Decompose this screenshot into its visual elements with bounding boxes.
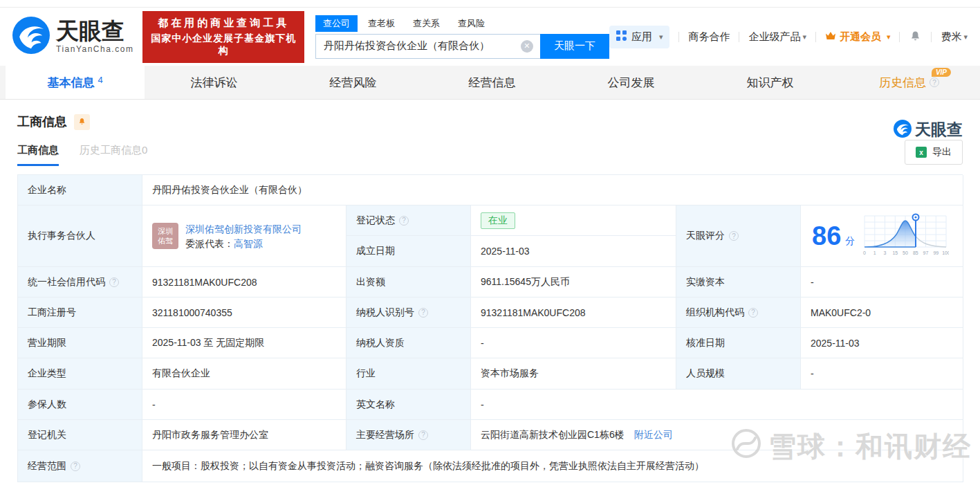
chevron-down-icon: ▾ [887,33,891,42]
svg-text:97: 97 [923,250,929,255]
help-icon[interactable]: ? [729,231,739,241]
search-tab-company[interactable]: 查公司 [315,15,358,32]
open-vip-label: 开通会员 [840,30,881,44]
field-value-org-code: MAK0UFC2-0 [801,298,963,328]
apps-label: 应用 [631,30,652,44]
tianyancha-logo[interactable]: 天眼查 TianYanCha.com [12,17,133,57]
score-number: 86 [812,223,841,249]
svg-text:85: 85 [913,250,918,255]
field-label-business-place: 主要经营场所? [346,420,471,450]
help-icon[interactable]: ? [418,430,428,440]
divider [678,32,679,42]
field-label-industry: 行业 [346,358,471,390]
clear-search-icon[interactable]: ✕ [521,40,533,53]
tab-history-info-label: 历史信息 [879,75,926,91]
field-value-capital: 9611.15645万人民币 [471,267,676,298]
help-icon[interactable]: ? [930,77,939,87]
field-value-credit-code: 91321181MAK0UFC208 [142,267,346,298]
svg-text:100: 100 [942,250,949,255]
divider [931,32,932,42]
delegate-link[interactable]: 高智源 [234,238,263,249]
field-value-staff-size: - [801,358,963,390]
field-value-reg-status: 在业 [471,205,676,236]
tab-basic-info-label: 基本信息 [47,75,94,91]
score-distribution-chart: 0 1 3 15 50 85 97 99 100 [859,211,949,261]
enterprise-products-link[interactable]: 企业级产品 ▾ [748,30,806,44]
user-menu[interactable]: 费米 ▾ [941,30,968,44]
field-label-taxpayer-id: 纳税人识别号? [346,298,471,328]
field-value-reg-authority: 丹阳市政务服务管理办公室 [142,420,346,450]
field-label-business-scope: 经营范围? [18,450,142,482]
slogan-line2: 国家中小企业发展子基金旗下机构 [150,33,297,57]
field-label-company-name: 企业名称 [18,175,142,205]
field-label-english-name: 英文名称 [346,390,471,420]
subtab-row: 工商信息 历史工商信息0 x 导出 [17,140,963,166]
svg-text:1: 1 [873,250,876,255]
field-value-business-place: 云阳街道高新技术创业园C1栋6楼 附近公司 [471,420,963,450]
slogan-banner: 都在用的商业查询工具 国家中小企业发展子基金旗下机构 [142,11,304,63]
field-label-insured-count: 参保人数 [18,390,142,420]
subtab-business-info[interactable]: 工商信息 [17,144,59,166]
tianyancha-watermark: 天眼查 [894,119,963,140]
divider [899,32,900,42]
notifications-bell-icon[interactable] [909,30,922,44]
help-icon[interactable]: ? [748,308,758,318]
open-vip-button[interactable]: 开通会员 ▾ [825,30,891,44]
field-value-business-scope: 一般项目：股权投资；以自有资金从事投资活动；融资咨询服务（除依法须经批准的项目外… [142,450,963,482]
help-icon[interactable]: ? [399,216,409,226]
tab-business-risk[interactable]: 经营风险 [284,66,423,99]
field-value-executive-partner: 深圳佑驾 深圳佑驾创新投资有限公司 委派代表：高智源 [142,205,346,267]
svg-text:15: 15 [893,250,898,255]
tab-company-development[interactable]: 公司发展 [562,66,701,99]
username-label: 费米 [941,30,961,44]
nearby-companies-link[interactable]: 附近公司 [634,429,673,441]
partner-logo-avatar[interactable]: 深圳佑驾 [152,223,178,249]
field-label-taxpayer-quality: 纳税人资质 [346,328,471,358]
tianyancha-swirl-icon [894,120,912,140]
business-info-table: 企业名称 丹阳丹佑投资合伙企业（有限合伙） 执行事务合伙人 深圳佑驾 深圳佑驾创… [17,174,963,482]
tab-basic-info-count: 4 [98,75,102,85]
help-icon[interactable]: ? [418,308,428,318]
export-button[interactable]: x 导出 [905,140,963,165]
field-label-org-code: 组织机构代码? [676,298,801,328]
apps-grid-icon [616,30,627,43]
apps-menu-button[interactable]: 应用 ▾ [609,26,670,48]
tab-business-info[interactable]: 经营信息 [423,66,562,99]
brand-name: 天眼查 [56,19,133,44]
search-submit-button[interactable]: 天眼一下 [540,34,609,59]
partner-company-link[interactable]: 深圳佑驾创新投资有限公司 [185,223,302,235]
search-tab-boss[interactable]: 查老板 [360,15,403,32]
subtab-history-business-info[interactable]: 历史工商信息0 [80,144,147,166]
field-label-reg-number: 工商注册号 [18,298,142,328]
crown-icon [825,31,836,43]
tab-intellectual-property[interactable]: 知识产权 [701,66,840,99]
search-tab-risk[interactable]: 查风险 [450,15,492,32]
search-input[interactable] [315,34,540,59]
svg-text:99: 99 [934,250,939,255]
tianyancha-swirl-icon [12,17,50,57]
search-tab-relation[interactable]: 查关系 [405,15,447,32]
field-value-approval-date: 2025-11-03 [801,328,963,358]
svg-text:0: 0 [863,250,866,255]
score-unit: 分 [845,235,855,248]
help-icon[interactable]: ? [109,277,119,287]
divider [815,32,816,42]
tab-legal-litigation[interactable]: 法律诉讼 [145,66,284,99]
field-value-tyc-score[interactable]: 86 分 [801,205,963,267]
monitor-bell-icon[interactable] [74,114,90,130]
chevron-down-icon: ▾ [659,33,663,42]
search-tabs: 查公司 查老板 查关系 查风险 [315,15,609,33]
field-label-reg-status: 登记状态? [346,205,471,236]
tab-basic-info[interactable]: 基本信息 4 [6,66,145,99]
excel-icon: x [916,147,927,158]
site-header: 天眼查 TianYanCha.com 都在用的商业查询工具 国家中小企业发展子基… [0,8,980,66]
field-value-company-type: 有限合伙企业 [142,358,346,390]
field-value-paid-capital: - [801,267,963,298]
tab-history-info[interactable]: 历史信息 ? VIP [840,66,979,99]
field-label-business-term: 营业期限 [18,328,142,358]
chevron-down-icon: ▾ [963,33,968,42]
help-icon[interactable]: ? [71,461,80,471]
svg-text:3: 3 [884,250,887,255]
top-border-line [0,0,980,8]
business-cooperation-link[interactable]: 商务合作 [688,30,730,44]
